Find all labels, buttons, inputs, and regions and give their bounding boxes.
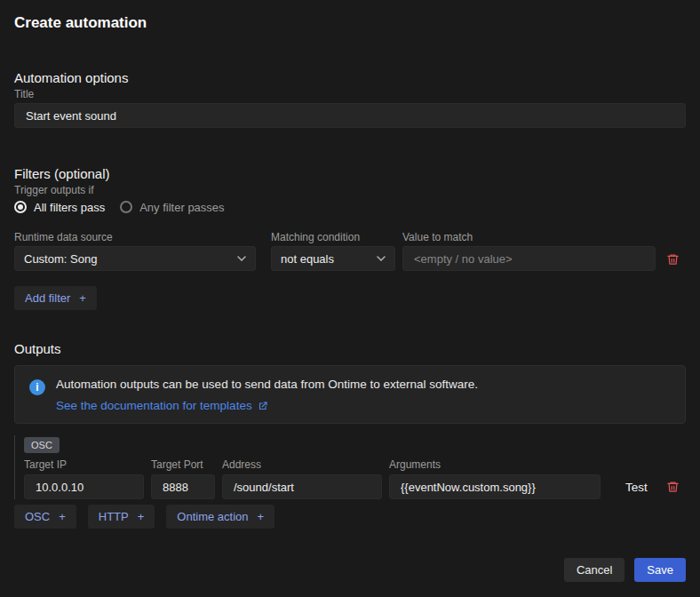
- osc-badge: OSC: [24, 437, 60, 453]
- plus-icon: +: [258, 510, 265, 523]
- plus-icon: +: [138, 510, 145, 523]
- radio-any-filter-passes[interactable]: Any filter passes: [120, 201, 224, 214]
- add-http-label: HTTP: [99, 510, 129, 523]
- address-label: Address: [222, 458, 382, 471]
- title-input[interactable]: [14, 103, 686, 128]
- automation-options-heading: Automation options: [14, 70, 128, 85]
- address-input[interactable]: [222, 474, 382, 499]
- info-alert-content: Automation outputs can be used to send d…: [56, 378, 478, 411]
- target-port-input[interactable]: [151, 474, 215, 499]
- trash-icon: [666, 252, 680, 267]
- target-ip-input[interactable]: [24, 474, 144, 499]
- target-ip-field: Target IP: [24, 458, 144, 499]
- radio-any-label: Any filter passes: [139, 201, 224, 214]
- radio-unchecked-icon: [120, 201, 132, 213]
- trigger-radio-group: All filters pass Any filter passes: [14, 199, 225, 215]
- value-to-match-input[interactable]: [402, 246, 656, 271]
- title-label: Title: [14, 88, 34, 100]
- filters-heading: Filters (optional): [14, 166, 110, 181]
- osc-output-card: OSC Target IP Target Port Address Argume…: [14, 435, 687, 499]
- save-button[interactable]: Save: [634, 558, 686, 582]
- chevron-down-icon: [237, 256, 246, 261]
- outputs-heading: Outputs: [14, 341, 61, 356]
- add-osc-label: OSC: [25, 510, 50, 523]
- info-alert: i Automation outputs can be used to send…: [14, 365, 686, 424]
- dialog-footer: Cancel Save: [564, 558, 686, 582]
- arguments-field: Arguments: [389, 458, 601, 499]
- add-osc-button[interactable]: OSC +: [14, 505, 76, 529]
- target-ip-label: Target IP: [24, 458, 144, 471]
- radio-checked-icon: [14, 201, 27, 213]
- test-button[interactable]: Test: [620, 474, 653, 499]
- radio-all-filters-pass[interactable]: All filters pass: [14, 201, 105, 214]
- target-port-field: Target Port: [151, 458, 215, 499]
- matching-condition-value: not equals: [281, 252, 334, 266]
- trash-icon: [666, 480, 680, 494]
- add-ontime-action-label: Ontime action: [177, 510, 248, 523]
- add-filter-label: Add filter: [25, 291, 70, 305]
- runtime-data-source-value: Custom: Song: [24, 252, 97, 266]
- documentation-link[interactable]: See the documentation for templates: [56, 399, 268, 412]
- add-ontime-action-button[interactable]: Ontime action +: [166, 505, 274, 529]
- create-automation-dialog: Create automation Automation options Tit…: [0, 0, 700, 597]
- address-field: Address: [222, 458, 382, 499]
- arguments-label: Arguments: [389, 458, 601, 471]
- target-port-label: Target Port: [151, 458, 215, 471]
- add-http-button[interactable]: HTTP +: [88, 505, 155, 529]
- delete-output-button[interactable]: [664, 474, 681, 499]
- add-output-row: OSC + HTTP + Ontime action +: [14, 505, 274, 529]
- external-link-icon: [258, 401, 268, 411]
- chevron-down-icon: [377, 256, 386, 261]
- matching-condition-label: Matching condition: [271, 231, 360, 243]
- matching-condition-select[interactable]: not equals: [271, 246, 395, 271]
- info-icon: i: [29, 379, 45, 395]
- info-text: Automation outputs can be used to send d…: [56, 378, 478, 391]
- delete-filter-button[interactable]: [664, 251, 681, 268]
- osc-fields-row: Target IP Target Port Address Arguments …: [24, 458, 687, 499]
- value-to-match-label: Value to match: [402, 231, 473, 243]
- trigger-outputs-label: Trigger outputs if: [14, 184, 94, 196]
- add-filter-button[interactable]: Add filter +: [14, 286, 97, 310]
- cancel-button[interactable]: Cancel: [564, 558, 624, 582]
- runtime-data-source-label: Runtime data source: [14, 231, 113, 243]
- runtime-data-source-select[interactable]: Custom: Song: [14, 246, 256, 271]
- plus-icon: +: [59, 510, 66, 523]
- arguments-input[interactable]: [389, 474, 601, 499]
- plus-icon: +: [79, 291, 86, 305]
- dialog-title: Create automation: [14, 14, 147, 32]
- documentation-link-label: See the documentation for templates: [56, 399, 252, 412]
- radio-all-label: All filters pass: [34, 201, 105, 214]
